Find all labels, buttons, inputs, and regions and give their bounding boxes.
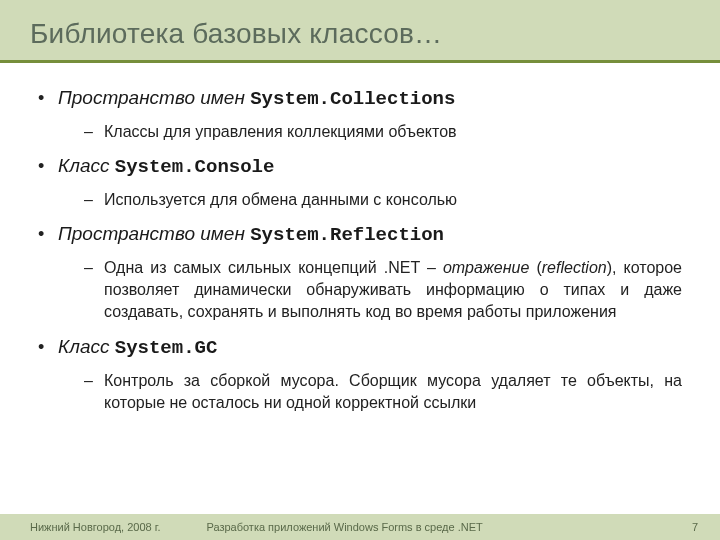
sub-item-text: Одна из самых сильных концепций .NET – о… <box>104 257 682 324</box>
sub-list-item: – Контроль за сборкой мусора. Сборщик му… <box>84 370 682 415</box>
list-item-text: Класс System.GC <box>58 334 217 362</box>
list-item-text: Пространство имен System.Reflection <box>58 221 444 249</box>
footer-bar: Нижний Новгород, 2008 г. Разработка прил… <box>0 514 720 540</box>
item-prefix: Пространство имен <box>58 223 250 244</box>
sub-list: – Используется для обмена данными с конс… <box>84 189 682 211</box>
dash-icon: – <box>84 259 104 277</box>
footer-left: Нижний Новгород, 2008 г. <box>30 521 160 533</box>
sub-item-text: Используется для обмена данными с консол… <box>104 189 457 211</box>
list-item-text: Класс System.Console <box>58 153 274 181</box>
list-item: • Класс System.Console – Используется дл… <box>38 153 682 211</box>
item-mono: System.Reflection <box>250 224 444 246</box>
sub-item-seg: ( <box>529 259 541 276</box>
footer-center: Разработка приложений Windows Forms в ср… <box>206 521 691 533</box>
dash-icon: – <box>84 372 104 390</box>
sub-item-italic: reflection <box>542 259 607 276</box>
sub-list: – Контроль за сборкой мусора. Сборщик му… <box>84 370 682 415</box>
item-prefix: Класс <box>58 336 115 357</box>
list-item: • Пространство имен System.Reflection – … <box>38 221 682 324</box>
item-prefix: Пространство имен <box>58 87 250 108</box>
dash-icon: – <box>84 123 104 141</box>
page-number: 7 <box>692 521 698 533</box>
list-item-text: Пространство имен System.Collections <box>58 85 455 113</box>
bullet-list: • Пространство имен System.Collections –… <box>38 85 682 414</box>
item-prefix: Класс <box>58 155 115 176</box>
sub-list: – Одна из самых сильных концепций .NET –… <box>84 257 682 324</box>
dash-icon: – <box>84 191 104 209</box>
sub-list-item: – Используется для обмена данными с конс… <box>84 189 682 211</box>
sub-list-item: – Одна из самых сильных концепций .NET –… <box>84 257 682 324</box>
item-mono: System.Collections <box>250 88 455 110</box>
sub-item-text: Контроль за сборкой мусора. Сборщик мусо… <box>104 370 682 415</box>
sub-list: – Классы для управления коллекциями объе… <box>84 121 682 143</box>
sub-item-text: Классы для управления коллекциями объект… <box>104 121 457 143</box>
list-item: • Класс System.GC – Контроль за сборкой … <box>38 334 682 414</box>
item-mono: System.GC <box>115 337 218 359</box>
title-bar: Библиотека базовых классов… <box>0 0 720 63</box>
bullet-icon: • <box>38 225 58 243</box>
content-area: • Пространство имен System.Collections –… <box>0 63 720 414</box>
list-item: • Пространство имен System.Collections –… <box>38 85 682 143</box>
sub-item-italic: отражение <box>443 259 529 276</box>
page-title: Библиотека базовых классов… <box>30 18 696 50</box>
bullet-icon: • <box>38 157 58 175</box>
sub-item-seg: Одна из самых сильных концепций .NET – <box>104 259 443 276</box>
bullet-icon: • <box>38 338 58 356</box>
bullet-icon: • <box>38 89 58 107</box>
sub-list-item: – Классы для управления коллекциями объе… <box>84 121 682 143</box>
item-mono: System.Console <box>115 156 275 178</box>
